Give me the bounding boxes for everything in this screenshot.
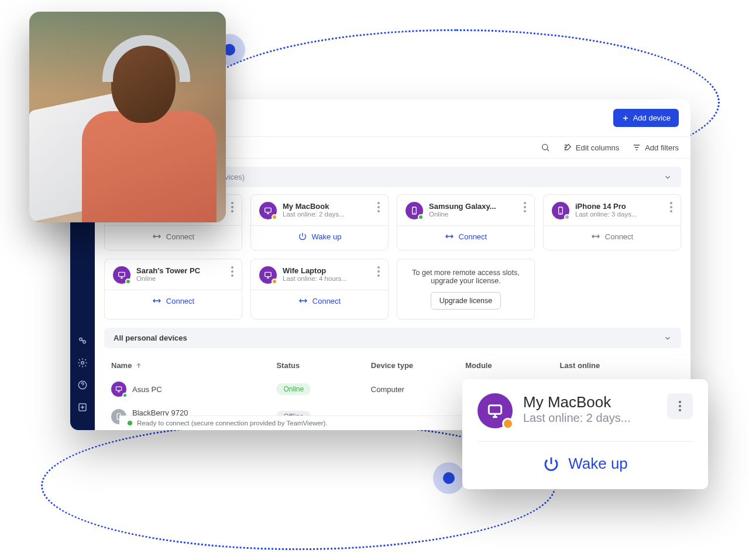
col-module[interactable]: Module — [465, 361, 559, 370]
svg-point-5 — [542, 145, 547, 150]
wake-up-button[interactable]: Wake up — [251, 225, 388, 247]
card-menu-button[interactable] — [231, 266, 233, 277]
device-card: Samsung Galaxy... Online Connect — [397, 194, 535, 250]
all-devices-section-header[interactable]: All personal devices — [104, 328, 681, 348]
connect-button[interactable]: Connect — [397, 225, 534, 247]
upgrade-license-card: To get more remote access slots, upgrade… — [397, 259, 535, 319]
svg-rect-11 — [265, 272, 272, 276]
divider — [477, 441, 693, 442]
popover-wake-up-button[interactable]: Wake up — [477, 455, 693, 477]
device-name: Wife Laptop — [283, 266, 372, 275]
popover-action-label: Wake up — [568, 455, 628, 473]
svg-rect-7 — [265, 208, 272, 212]
desktop-icon — [477, 393, 513, 428]
chevron-down-icon — [664, 334, 672, 342]
upgrade-message: To get more remote access slots, upgrade… — [408, 269, 524, 285]
card-action-label: Connect — [312, 297, 341, 305]
svg-rect-15 — [489, 406, 501, 414]
device-name: My MacBook — [283, 202, 372, 211]
add-device-button[interactable]: Add device — [613, 109, 679, 127]
status-dot-away — [502, 418, 514, 430]
status-dot-away — [272, 279, 277, 284]
sidebar-connect-icon[interactable] — [77, 335, 88, 346]
status-bar-text: Ready to connect (secure connection prov… — [137, 420, 328, 427]
svg-point-2 — [81, 362, 84, 365]
desktop-icon — [111, 382, 126, 397]
sidebar-help-icon[interactable] — [77, 380, 88, 390]
device-subtext: Last online: 4 hours... — [283, 275, 372, 282]
device-card: Wife Laptop Last online: 4 hours... Conn… — [250, 259, 389, 319]
add-device-label: Add device — [633, 114, 671, 122]
card-action-label: Wake up — [312, 232, 342, 241]
sort-asc-icon — [135, 362, 142, 369]
device-detail-popover: My MacBook Last online: 2 days... Wake u… — [462, 379, 708, 489]
table-header: Name Status Device type Module Last onli… — [104, 355, 681, 376]
connection-node-bottom — [433, 462, 465, 494]
hero-photo — [29, 12, 226, 222]
connect-button[interactable]: Connect — [105, 225, 242, 247]
status-dot-away — [272, 214, 277, 220]
device-name: Samsung Galaxy... — [429, 202, 518, 211]
svg-rect-12 — [116, 387, 121, 390]
card-action-label: Connect — [605, 232, 633, 241]
card-menu-button[interactable] — [524, 202, 526, 212]
device-card: My MacBook Last online: 2 days... Wake u… — [250, 194, 389, 250]
svg-rect-10 — [119, 272, 125, 276]
card-menu-button[interactable] — [377, 202, 380, 212]
status-dot-online — [125, 279, 131, 284]
search-button[interactable] — [541, 143, 550, 152]
popover-menu-button[interactable] — [667, 393, 693, 419]
device-card: Sarah's Tower PC Online Connect — [104, 259, 242, 319]
desktop-icon — [259, 266, 277, 284]
col-status[interactable]: Status — [276, 361, 370, 370]
desktop-icon — [113, 266, 130, 284]
device-subtext: Last online: 2 days... — [283, 211, 372, 218]
card-action-label: Connect — [166, 232, 194, 241]
chevron-down-icon — [664, 173, 672, 181]
edit-columns-button[interactable]: Edit columns — [563, 143, 619, 152]
col-last-online[interactable]: Last online — [560, 361, 654, 370]
device-card: iPhone 14 Pro Last online: 3 days... Con… — [543, 194, 681, 250]
desktop-icon — [259, 202, 277, 219]
card-menu-button[interactable] — [377, 266, 380, 277]
row-name: Asus PC — [132, 385, 162, 394]
add-filters-button[interactable]: Add filters — [632, 143, 679, 152]
device-subtext: Last online: 3 days... — [575, 211, 664, 218]
card-menu-button[interactable] — [670, 202, 672, 212]
phone-icon — [552, 202, 569, 219]
sidebar-expand-icon[interactable] — [77, 402, 88, 413]
popover-title: My MacBook — [523, 393, 630, 411]
status-dot-online — [122, 393, 128, 398]
device-subtext: Online — [136, 275, 225, 282]
status-badge: Online — [276, 383, 311, 395]
connect-button[interactable]: Connect — [105, 290, 242, 311]
popover-subtitle: Last online: 2 days... — [523, 411, 630, 425]
device-subtext: Online — [429, 211, 518, 218]
upgrade-license-button[interactable]: Upgrade license — [431, 292, 501, 310]
device-name: iPhone 14 Pro — [575, 202, 664, 211]
card-action-label: Connect — [459, 232, 487, 241]
add-filters-label: Add filters — [645, 143, 679, 152]
row-device-type: Computer — [371, 385, 465, 394]
status-dot-offline — [564, 214, 570, 220]
status-dot-online — [418, 214, 424, 220]
col-name[interactable]: Name — [111, 361, 276, 370]
sidebar-settings-icon[interactable] — [77, 358, 88, 368]
connect-button[interactable]: Connect — [544, 225, 681, 247]
col-device-type[interactable]: Device type — [371, 361, 465, 370]
phone-icon — [406, 202, 423, 219]
power-icon — [542, 455, 560, 473]
card-action-label: Connect — [166, 297, 194, 305]
table-section-title: All personal devices — [114, 334, 187, 342]
card-menu-button[interactable] — [231, 202, 233, 212]
device-name: Sarah's Tower PC — [136, 266, 225, 275]
edit-columns-label: Edit columns — [576, 143, 619, 152]
connect-button[interactable]: Connect — [251, 290, 388, 311]
